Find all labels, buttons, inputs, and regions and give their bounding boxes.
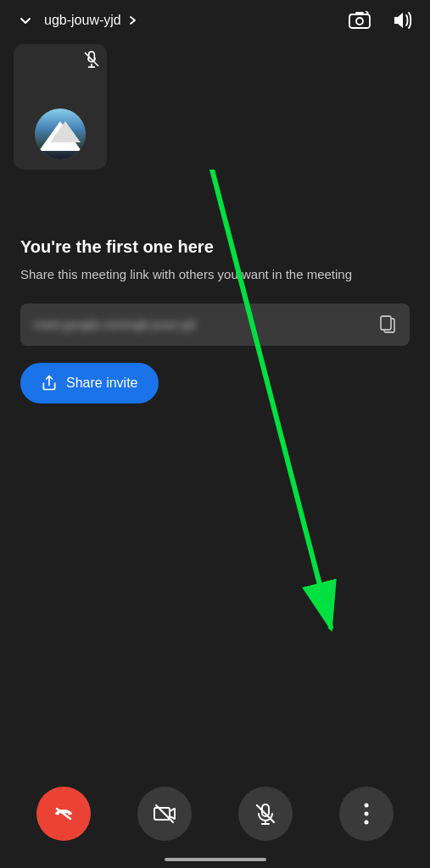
- more-options-icon: [364, 803, 369, 825]
- camera-off-icon: [153, 802, 176, 826]
- svg-point-1: [356, 18, 363, 25]
- svg-point-17: [364, 812, 368, 816]
- bottom-controls: [0, 787, 430, 841]
- camera-flip-button[interactable]: [345, 8, 374, 33]
- copy-icon: [379, 315, 396, 334]
- meeting-code-text: ugb-jouw-yjd: [44, 13, 121, 28]
- meeting-link-box: meet.google.com/ugb-jouw-yjd: [20, 303, 410, 346]
- main-content: You're the first one here Share this mee…: [0, 237, 430, 403]
- svg-point-18: [364, 821, 368, 825]
- svg-rect-10: [154, 808, 170, 820]
- svg-rect-5: [381, 316, 391, 330]
- share-icon: [41, 375, 58, 392]
- copy-link-button[interactable]: [371, 315, 396, 334]
- chevron-down-button[interactable]: [14, 8, 37, 32]
- mic-off-button[interactable]: [238, 787, 293, 841]
- self-video-tile: [14, 44, 107, 170]
- forward-arrow-icon: [126, 14, 138, 26]
- share-invite-button[interactable]: Share invite: [20, 363, 159, 403]
- avatar-image: [35, 108, 86, 159]
- home-indicator: [165, 858, 266, 861]
- svg-rect-0: [349, 14, 370, 28]
- mute-overlay: [83, 51, 100, 68]
- status-bar-right: [345, 8, 416, 33]
- meeting-code: ugb-jouw-yjd: [44, 13, 138, 28]
- share-invite-label: Share invite: [66, 376, 138, 391]
- chevron-down-icon: [17, 12, 34, 29]
- first-one-title: You're the first one here: [20, 237, 410, 257]
- end-call-button[interactable]: [36, 787, 91, 841]
- meeting-link-text: meet.google.com/ugb-jouw-yjd: [34, 318, 371, 331]
- volume-icon: [391, 11, 413, 30]
- mic-slash-icon: [83, 51, 100, 68]
- status-bar: ugb-jouw-yjd: [0, 0, 430, 37]
- more-options-button[interactable]: [339, 787, 394, 841]
- volume-button[interactable]: [388, 8, 416, 33]
- camera-flip-icon: [349, 11, 371, 30]
- share-description: Share this meeting link with others you …: [20, 265, 410, 283]
- mic-off-icon: [254, 802, 277, 826]
- avatar: [35, 108, 86, 159]
- svg-point-16: [364, 804, 368, 808]
- end-call-icon: [52, 802, 75, 826]
- camera-off-button[interactable]: [137, 787, 192, 841]
- status-bar-left: ugb-jouw-yjd: [14, 8, 138, 32]
